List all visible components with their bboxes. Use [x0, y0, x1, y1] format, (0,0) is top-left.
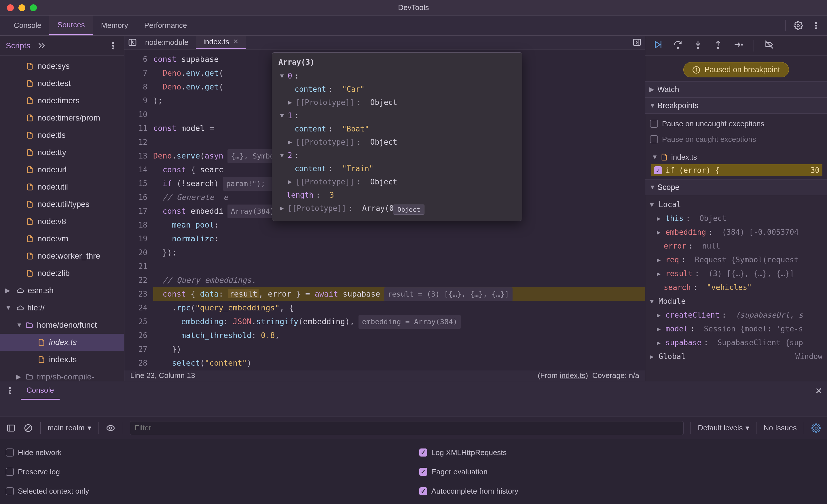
tab-performance[interactable]: Performance	[136, 15, 198, 36]
window-title: DevTools	[398, 3, 429, 12]
minimize-window-button[interactable]	[18, 4, 25, 11]
svg-point-5	[112, 45, 114, 46]
step-out-button[interactable]	[713, 40, 723, 52]
cloud-icon	[16, 304, 24, 312]
opt-selected-ctx[interactable]: Selected context only	[6, 484, 408, 499]
deactivate-breakpoints-button[interactable]	[764, 40, 774, 52]
tree-folder-tmp[interactable]: ▶tmp/sb-compile-	[0, 368, 124, 381]
tree-file[interactable]: node:v8	[0, 213, 124, 230]
info-icon	[692, 66, 700, 74]
tree-file[interactable]: node:util/types	[0, 195, 124, 213]
sidebar-toggle-icon[interactable]	[6, 423, 16, 433]
scope-global[interactable]: ▶GlobalWindow	[650, 349, 822, 363]
file-icon	[38, 338, 46, 346]
tree-file-dup[interactable]: index.ts	[0, 351, 124, 368]
popover-tooltip: Object	[393, 205, 425, 215]
console-settings-icon[interactable]	[811, 423, 821, 433]
tree-folder-home[interactable]: ▼home/deno/funct	[0, 317, 124, 334]
tree-file[interactable]: node:url	[0, 161, 124, 178]
tree-file[interactable]: node:worker_thre	[0, 247, 124, 265]
coverage-info: Coverage: n/a	[592, 371, 639, 380]
scope-local[interactable]: ▼Local	[650, 198, 822, 212]
file-icon	[26, 183, 34, 191]
realm-selector[interactable]: main realm▾	[48, 424, 91, 432]
tree-file[interactable]: node:tls	[0, 126, 124, 144]
tree-file[interactable]: node:test	[0, 75, 124, 92]
resume-button[interactable]	[653, 40, 663, 52]
more-icon[interactable]	[811, 20, 821, 31]
log-levels-selector[interactable]: Default levels▾	[698, 424, 749, 432]
svg-point-25	[9, 393, 10, 394]
svg-point-23	[9, 388, 10, 389]
svg-point-0	[797, 24, 799, 27]
nav-toggle-icon[interactable]	[127, 37, 138, 48]
settings-icon[interactable]	[793, 20, 804, 31]
file-icon	[26, 114, 34, 122]
step-button[interactable]	[733, 40, 743, 52]
scope-module[interactable]: ▼Module	[650, 294, 822, 308]
file-icon	[26, 235, 34, 243]
tab-console[interactable]: Console	[6, 15, 49, 36]
pause-caught-checkbox[interactable]: Pause on caught exceptions	[650, 131, 822, 147]
debugger-toolbar	[645, 36, 827, 56]
stack-toggle-icon[interactable]	[632, 37, 642, 48]
editor-tab-index[interactable]: index.ts✕	[196, 36, 246, 49]
console-filter-input[interactable]	[130, 421, 684, 435]
editor-tab-module[interactable]: node:module	[138, 36, 196, 49]
window-controls	[0, 4, 37, 11]
svg-line-19	[765, 41, 773, 48]
console-settings-grid: Hide network Log XMLHttpRequests Preserv…	[0, 439, 827, 504]
tree-file[interactable]: node:tty	[0, 144, 124, 161]
opt-preserve-log[interactable]: Preserve log	[6, 464, 408, 480]
file-icon	[26, 166, 34, 174]
tree-file[interactable]: node:vm	[0, 230, 124, 247]
live-expression-icon[interactable]	[105, 423, 116, 433]
line-gutter: 6789101112131415161718192021222324252627…	[125, 50, 153, 370]
maximize-window-button[interactable]	[30, 4, 37, 11]
opt-eager-eval[interactable]: Eager evaluation	[419, 464, 821, 480]
tree-file-active[interactable]: index.ts	[0, 334, 124, 351]
tree-domain-file[interactable]: ▼file://	[0, 299, 124, 317]
tab-sources[interactable]: Sources	[49, 15, 93, 36]
breakpoint-line[interactable]: if (error) {30	[651, 164, 822, 176]
cursor-position: Line 23, Column 13	[130, 371, 195, 380]
navigator-title[interactable]: Scripts	[6, 41, 31, 50]
more-icon[interactable]	[5, 386, 15, 396]
step-over-button[interactable]	[673, 40, 683, 52]
close-drawer-button[interactable]: ✕	[815, 386, 822, 396]
value-popover[interactable]: Array(3) ▼0:content: "Car"▶[[Prototype]]…	[272, 52, 522, 221]
pause-uncaught-checkbox[interactable]: Pause on uncaught exceptions	[650, 116, 822, 131]
svg-point-12	[677, 47, 678, 48]
clear-console-icon[interactable]	[23, 423, 34, 433]
tree-file[interactable]: node:sys	[0, 58, 124, 75]
file-tree[interactable]: node:sysnode:testnode:timersnode:timers/…	[0, 56, 124, 381]
titlebar: DevTools	[0, 0, 827, 15]
tab-memory[interactable]: Memory	[93, 15, 136, 36]
opt-autocomplete[interactable]: Autocomplete from history	[419, 484, 821, 499]
tree-domain-esm[interactable]: ▶esm.sh	[0, 282, 124, 299]
svg-rect-26	[7, 425, 14, 431]
more-icon[interactable]	[108, 41, 118, 51]
breakpoints-section[interactable]: ▼Breakpoints	[645, 98, 827, 114]
tree-file[interactable]: node:util	[0, 178, 124, 195]
scope-section[interactable]: ▼Scope	[645, 179, 827, 195]
drawer-tab-console[interactable]: Console	[21, 382, 60, 400]
code-editor[interactable]: 6789101112131415161718192021222324252627…	[125, 50, 645, 370]
close-tab-icon[interactable]: ✕	[233, 38, 238, 46]
tree-file[interactable]: node:zlib	[0, 265, 124, 282]
panel-tabs: Console Sources Memory Performance	[0, 15, 827, 36]
close-window-button[interactable]	[7, 4, 14, 11]
step-into-button[interactable]	[693, 40, 703, 52]
watch-section[interactable]: ▶Watch	[645, 81, 827, 98]
opt-log-xhr[interactable]: Log XMLHttpRequests	[419, 445, 821, 460]
overflow-icon[interactable]	[36, 41, 46, 51]
breakpoint-file[interactable]: ▼index.ts	[650, 150, 822, 164]
file-icon	[660, 153, 668, 161]
folder-icon	[25, 373, 34, 381]
tree-file[interactable]: node:timers	[0, 92, 124, 109]
source-file-link[interactable]: index.ts	[560, 371, 586, 380]
issues-indicator[interactable]: No Issues	[763, 424, 797, 432]
svg-point-22	[696, 68, 696, 68]
opt-hide-network[interactable]: Hide network	[6, 445, 408, 460]
tree-file[interactable]: node:timers/prom	[0, 109, 124, 126]
